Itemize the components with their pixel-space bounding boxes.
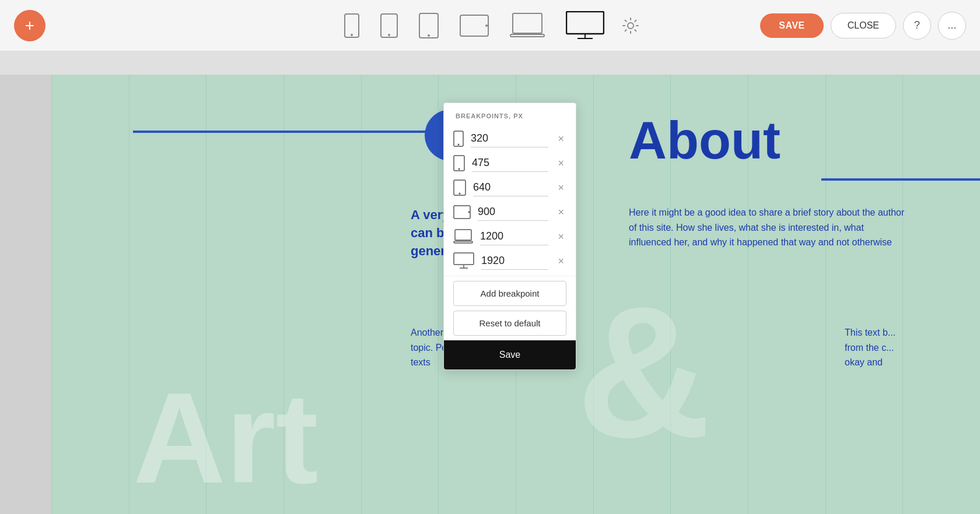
toolbar: + xyxy=(0,0,980,51)
help-button[interactable]: ? xyxy=(903,12,931,40)
laptop-device-button[interactable] xyxy=(506,9,548,42)
svg-rect-6 xyxy=(460,15,488,36)
laptop-icon xyxy=(453,229,473,244)
breakpoint-remove-320[interactable]: × xyxy=(555,132,566,146)
mobile-small-icon xyxy=(453,131,464,147)
breakpoint-row-475: × xyxy=(444,151,576,175)
blue-line-right xyxy=(821,178,980,181)
breakpoint-input-475[interactable] xyxy=(472,154,548,172)
tablet-portrait-device-button[interactable] xyxy=(415,9,442,42)
breakpoint-input-640[interactable] xyxy=(473,179,548,196)
svg-rect-20 xyxy=(454,206,470,219)
about-description: Here it might be a good idea to share a … xyxy=(629,205,909,250)
close-button[interactable]: CLOSE xyxy=(831,13,896,38)
breakpoint-remove-1200[interactable]: × xyxy=(555,230,566,244)
breakpoint-input-1200[interactable] xyxy=(480,228,548,245)
mobile-small-device-button[interactable] xyxy=(341,10,363,41)
toolbar-center xyxy=(341,8,639,44)
more-button[interactable]: ... xyxy=(938,12,966,40)
svg-rect-24 xyxy=(454,253,474,265)
breakpoint-remove-475[interactable]: × xyxy=(555,156,566,171)
svg-rect-10 xyxy=(566,12,604,34)
tablet-landscape-icon xyxy=(453,205,471,219)
breakpoint-input-1920[interactable] xyxy=(481,252,548,270)
toolbar-right: SAVE CLOSE ? ... xyxy=(760,12,966,40)
mobile-icon xyxy=(453,155,465,171)
breakpoints-header: BREAKPOINTS, PX xyxy=(444,103,576,126)
mobile-device-button[interactable] xyxy=(377,10,401,41)
svg-point-15 xyxy=(458,144,460,146)
svg-point-1 xyxy=(351,34,353,36)
svg-point-19 xyxy=(459,193,461,195)
breakpoint-row-320: × xyxy=(444,126,576,151)
svg-rect-23 xyxy=(454,241,473,243)
add-breakpoint-button[interactable]: Add breakpoint xyxy=(453,281,566,306)
popup-divider xyxy=(444,276,576,276)
about-title: About xyxy=(629,114,780,167)
settings-icon[interactable] xyxy=(622,17,639,34)
svg-point-3 xyxy=(388,34,390,36)
svg-point-7 xyxy=(485,24,488,27)
ampersand-decoration: & xyxy=(576,279,711,465)
desktop-device-button[interactable] xyxy=(562,8,608,44)
breakpoint-input-900[interactable] xyxy=(478,203,548,221)
breakpoint-remove-900[interactable]: × xyxy=(555,205,566,220)
popup-save-button[interactable]: Save xyxy=(444,340,576,369)
desktop-icon xyxy=(453,252,474,270)
left-sidebar xyxy=(0,75,51,514)
breakpoint-row-1200: × xyxy=(444,224,576,249)
svg-point-13 xyxy=(628,23,634,29)
save-button[interactable]: SAVE xyxy=(760,13,823,38)
breakpoint-input-320[interactable] xyxy=(471,130,548,147)
svg-rect-22 xyxy=(455,230,471,240)
tablet-landscape-device-button[interactable] xyxy=(456,11,492,40)
breakpoint-row-640: × xyxy=(444,175,576,200)
canvas: About A very i...can be t...general Here… xyxy=(0,51,980,514)
svg-point-21 xyxy=(468,212,470,213)
add-button[interactable]: + xyxy=(14,10,46,41)
svg-point-5 xyxy=(428,34,430,37)
breakpoint-row-900: × xyxy=(444,200,576,224)
svg-rect-9 xyxy=(510,34,544,37)
breakpoints-popup: BREAKPOINTS, PX × × xyxy=(443,103,576,370)
svg-rect-4 xyxy=(419,13,438,38)
svg-rect-8 xyxy=(513,13,542,33)
reset-default-button[interactable]: Reset to default xyxy=(453,311,566,336)
blue-line-left xyxy=(133,131,430,133)
tablet-portrait-icon xyxy=(453,179,466,196)
svg-point-17 xyxy=(459,168,460,170)
toolbar-left: + xyxy=(14,10,46,41)
art-decoration: Art xyxy=(133,374,318,502)
breakpoint-remove-640[interactable]: × xyxy=(555,181,566,195)
this-text: This text b...from the c...okay and xyxy=(845,325,980,370)
breakpoint-row-1920: × xyxy=(444,249,576,273)
breakpoint-remove-1920[interactable]: × xyxy=(555,254,566,269)
